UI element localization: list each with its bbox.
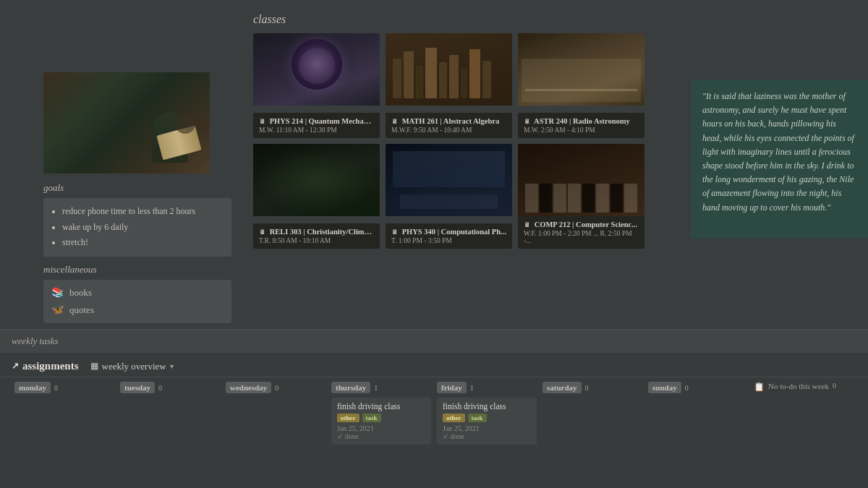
butterfly-icon: 🦋 — [51, 304, 64, 317]
day-column-friday: friday 1 finish driving class other task… — [434, 382, 540, 445]
comp212-icon: 🖥 — [524, 221, 530, 228]
weekly-tasks-header: weekly tasks — [0, 329, 868, 353]
comp212-time: W.F. 1:00 PM - 2:20 PM ... R. 2:50 PM -.… — [524, 230, 639, 244]
sidebar-item-quotes[interactable]: 🦋 quotes — [51, 301, 224, 319]
math261-icon: 🖥 — [391, 118, 398, 125]
goals-section: goals reduce phone time to less than 2 h… — [43, 182, 217, 275]
goal-item: wake up by 6 daily — [62, 220, 223, 236]
books-label: books — [69, 287, 92, 299]
chevron-down-icon: ▾ — [170, 362, 174, 370]
thursday-label: thursday — [331, 382, 370, 393]
misc-section: 📚 books 🦋 quotes — [43, 280, 231, 323]
day-column-monday: monday 0 — [12, 382, 117, 445]
tasks-nav: ↗ assignments ▦ weekly overview ▾ — [0, 353, 868, 377]
clipboard-icon: 📋 — [754, 382, 765, 393]
tag-other: other — [337, 414, 359, 422]
friday-task-0[interactable]: finish driving class other task Jan 25, … — [437, 398, 537, 445]
tag-task: task — [362, 414, 381, 422]
friday-count: 1 — [470, 384, 474, 392]
phys340-title: PHYS 340 | Computational Ph... — [402, 228, 506, 236]
phys214-icon: 🖥 — [259, 118, 265, 125]
avatar — [43, 72, 210, 174]
classes-header: classes — [246, 0, 868, 33]
friday-task-status: ✓ done — [443, 432, 531, 440]
book-icon: 📚 — [51, 286, 64, 299]
sunday-label: sunday — [648, 382, 681, 393]
reli303-time: T.R. 8:50 AM - 10:10 AM — [259, 237, 374, 244]
day-column-sunday: sunday 0 — [645, 382, 751, 445]
quote-text: "It is said that laziness was the mother… — [702, 91, 854, 213]
thursday-task-0[interactable]: finish driving class other task Jan 25, … — [331, 398, 431, 445]
phys340-time: T. 1:00 PM - 3:50 PM — [391, 237, 506, 244]
thursday-task-title: finish driving class — [337, 402, 425, 411]
class-card-phys340[interactable]: 🖥 PHYS 340 | Computational Ph... T. 1:00… — [386, 144, 512, 249]
day-column-notodo: 📋 No to-do this week 0 — [751, 382, 856, 445]
day-column-tuesday: tuesday 0 — [117, 382, 223, 445]
tuesday-label: tuesday — [120, 382, 155, 393]
monday-label: monday — [14, 382, 51, 393]
goal-item: stretch! — [62, 235, 223, 251]
monday-count: 0 — [54, 384, 58, 392]
friday-task-date: Jan 25, 2021 — [443, 424, 531, 432]
wednesday-count: 0 — [275, 384, 278, 392]
tuesday-count: 0 — [158, 384, 162, 392]
math261-time: M.W.F. 9:50 AM - 10:40 AM — [391, 127, 506, 134]
math261-title: MATH 261 | Abstract Algebra — [402, 117, 500, 125]
reli303-title: RELI 303 | Christianity/Climat... — [270, 228, 374, 236]
quote-box: "It is said that laziness was the mother… — [691, 80, 868, 239]
days-row: monday 0 tuesday 0 wednesday 0 thursday … — [0, 377, 868, 445]
class-card-comp212[interactable]: 🖥 COMP 212 | Computer Scienc... W.F. 1:0… — [518, 144, 644, 249]
phys214-time: M.W. 11:10 AM - 12:30 PM — [259, 127, 374, 134]
sidebar-item-books[interactable]: 📚 books — [51, 284, 224, 301]
class-card-math261[interactable]: 🖥 MATH 261 | Abstract Algebra M.W.F. 9:5… — [386, 33, 512, 138]
day-column-thursday: thursday 1 finish driving class other ta… — [328, 382, 434, 445]
saturday-count: 0 — [585, 384, 589, 392]
wednesday-label: wednesday — [226, 382, 271, 393]
friday-task-title: finish driving class — [443, 402, 531, 411]
day-column-saturday: saturday 0 — [540, 382, 645, 445]
thursday-task-status: ✓ done — [337, 432, 425, 440]
phys214-title: PHYS 214 | Quantum Mechani... — [270, 117, 374, 125]
nav-weekly-overview[interactable]: ▦ weekly overview ▾ — [90, 361, 174, 372]
class-card-reli303[interactable]: 🖥 RELI 303 | Christianity/Climat... T.R.… — [253, 144, 380, 249]
assignments-label: assignments — [22, 360, 79, 372]
notodo-count: 0 — [833, 382, 836, 390]
weekly-tasks-section: weekly tasks ↗ assignments ▦ weekly over… — [0, 329, 868, 488]
saturday-label: saturday — [542, 382, 582, 393]
weekly-overview-label: weekly overview — [102, 361, 166, 372]
thursday-count: 1 — [374, 384, 378, 392]
friday-label: friday — [437, 382, 467, 393]
goals-list: reduce phone time to less than 2 hours w… — [43, 198, 231, 257]
tag-other: other — [443, 414, 465, 422]
day-column-wednesday: wednesday 0 — [223, 382, 328, 445]
class-card-phys214[interactable]: 🖥 PHYS 214 | Quantum Mechani... M.W. 11:… — [253, 33, 380, 138]
astr240-title: ASTR 240 | Radio Astronomy — [534, 117, 630, 125]
phys340-icon: 🖥 — [391, 228, 398, 236]
tag-task: task — [468, 414, 487, 422]
notodo-label: No to-do this week — [768, 382, 829, 390]
reli303-icon: 🖥 — [259, 228, 265, 236]
class-card-astr240[interactable]: 🖥 ASTR 240 | Radio Astronomy M.W. 2:50 A… — [518, 33, 644, 138]
thursday-task-date: Jan 25, 2021 — [337, 424, 425, 432]
goals-label: goals — [43, 182, 217, 194]
misc-label: miscellaneous — [43, 264, 217, 275]
quotes-label: quotes — [69, 304, 94, 316]
goal-item: reduce phone time to less than 2 hours — [62, 204, 223, 220]
sunday-count: 0 — [685, 384, 689, 392]
astr240-icon: 🖥 — [524, 118, 530, 125]
arrow-icon: ↗ — [12, 361, 19, 372]
comp212-title: COMP 212 | Computer Scienc... — [535, 221, 637, 228]
nav-assignments[interactable]: ↗ assignments — [12, 360, 79, 372]
astr240-time: M.W. 2:50 AM - 4:10 PM — [524, 127, 639, 134]
grid-icon: ▦ — [90, 361, 98, 372]
